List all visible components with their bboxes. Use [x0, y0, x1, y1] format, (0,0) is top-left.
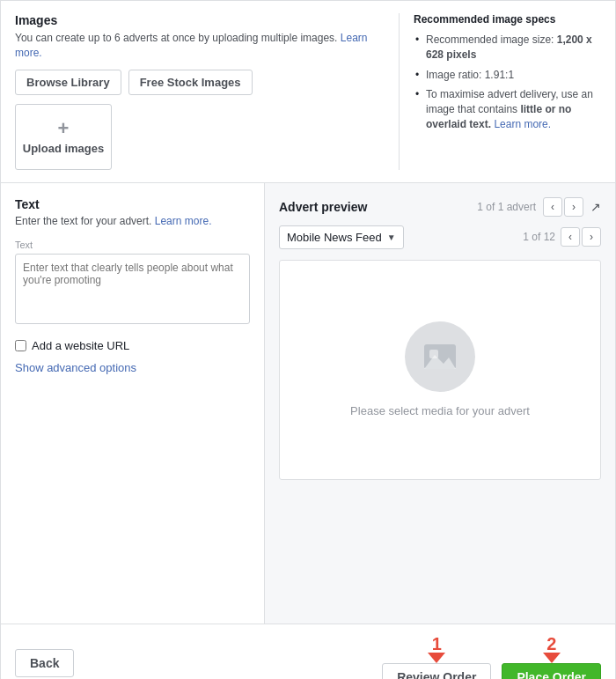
place-order-button[interactable]: Place Order [502, 663, 601, 679]
rec-learn-more-link[interactable]: Learn more. [494, 118, 551, 130]
text-field-label: Text [15, 240, 250, 250]
text-learn-more-link[interactable]: Learn more. [155, 215, 212, 227]
callout-number-1: 1 [432, 635, 442, 653]
advert-prev-arrow[interactable]: ‹ [543, 197, 562, 217]
external-link-icon[interactable]: ↗ [590, 200, 601, 214]
advert-count: 1 of 1 advert [477, 201, 536, 213]
images-desc-text: You can create up to 6 adverts at once b… [15, 32, 337, 44]
page-nav-arrows: ‹ › [561, 227, 601, 247]
page-count-text: 1 of 12 [523, 231, 555, 243]
text-panel: Text Enter the text for your advert. Lea… [1, 183, 265, 624]
upload-plus-icon: + [58, 119, 70, 138]
text-textarea[interactable] [15, 254, 250, 324]
images-right: Recommended image specs Recommended imag… [399, 13, 601, 170]
preview-title: Advert preview [279, 200, 367, 214]
advert-next-arrow[interactable]: › [564, 197, 583, 217]
upload-images-button[interactable]: + Upload images [15, 104, 112, 170]
text-panel-title: Text [15, 197, 250, 211]
rec-item-1: Recommended image size: 1,200 x 628 pixe… [414, 33, 601, 63]
callout-arrow-2 [543, 653, 561, 663]
add-url-label: Add a website URL [32, 339, 129, 352]
callout-1-wrapper: 1 Review Order [382, 635, 491, 679]
preview-subheader: Mobile News Feed ▼ 1 of 12 ‹ › [279, 225, 601, 249]
feed-dropdown-arrow-icon: ▼ [387, 232, 396, 242]
footer: Back 1 Review Order 2 Place Order [1, 624, 615, 679]
image-placeholder-svg [421, 337, 459, 376]
feed-option-label: Mobile News Feed [287, 231, 382, 244]
preview-image-area: Please select media for your advert [279, 260, 601, 480]
review-order-button[interactable]: Review Order [382, 663, 491, 679]
add-url-checkbox[interactable] [15, 340, 26, 351]
add-url-row: Add a website URL [15, 339, 250, 352]
images-btn-row: Browse Library Free Stock Images [15, 70, 381, 95]
upload-images-label: Upload images [23, 142, 104, 155]
images-left: Images You can create up to 6 adverts at… [15, 13, 399, 170]
back-button[interactable]: Back [15, 649, 74, 677]
images-section: Images You can create up to 6 adverts at… [1, 1, 615, 183]
images-title: Images [15, 13, 381, 27]
free-stock-images-button[interactable]: Free Stock Images [128, 70, 253, 95]
page-next-arrow[interactable]: › [582, 227, 601, 247]
preview-header: Advert preview 1 of 1 advert ‹ › ↗ [279, 197, 601, 217]
images-desc: You can create up to 6 adverts at once b… [15, 31, 381, 61]
rec-item-3: To maximise advert delivery, use an imag… [414, 87, 601, 131]
recommended-list: Recommended image size: 1,200 x 628 pixe… [414, 33, 601, 132]
media-placeholder-text: Please select media for your advert [350, 404, 530, 417]
rec-item-2: Image ratio: 1.91:1 [414, 68, 601, 83]
media-placeholder-icon [405, 321, 475, 392]
footer-right: 1 Review Order 2 Place Order [382, 635, 601, 679]
bottom-section: Text Enter the text for your advert. Lea… [1, 183, 615, 624]
show-advanced-link[interactable]: Show advanced options [15, 361, 250, 374]
browse-library-button[interactable]: Browse Library [15, 70, 121, 95]
callout-2-wrapper: 2 Place Order [502, 635, 601, 679]
recommended-title: Recommended image specs [414, 13, 601, 26]
page-prev-arrow[interactable]: ‹ [561, 227, 580, 247]
callout-number-2: 2 [546, 635, 556, 653]
page-count: 1 of 12 ‹ › [523, 227, 601, 247]
callout-arrow-1 [428, 653, 445, 663]
text-panel-desc: Enter the text for your advert. Learn mo… [15, 215, 250, 227]
text-panel-desc-text: Enter the text for your advert. [15, 215, 151, 227]
feed-dropdown[interactable]: Mobile News Feed ▼ [279, 225, 404, 249]
advert-nav-arrows: ‹ › [543, 197, 583, 217]
preview-panel: Advert preview 1 of 1 advert ‹ › ↗ Mobil… [265, 183, 615, 624]
main-container: Images You can create up to 6 adverts at… [0, 0, 616, 679]
